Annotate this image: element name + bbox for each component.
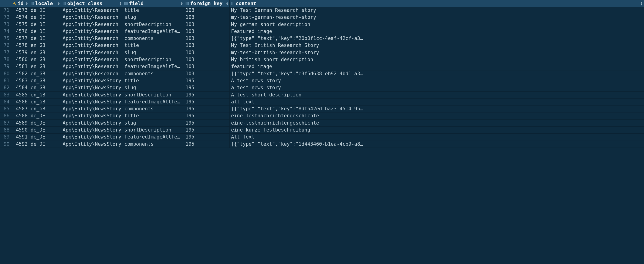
- cell-locale[interactable]: en_GB: [29, 49, 61, 56]
- cell-object_class[interactable]: App\Entity\NewsStory: [61, 127, 123, 134]
- row-number[interactable]: 86: [0, 112, 11, 119]
- cell-field[interactable]: slug: [123, 49, 184, 56]
- cell-locale[interactable]: de_DE: [29, 14, 61, 21]
- row-number[interactable]: 90: [0, 141, 11, 148]
- row-number[interactable]: 83: [0, 92, 11, 98]
- cell-field[interactable]: title: [123, 42, 184, 49]
- row-number[interactable]: 80: [0, 70, 11, 77]
- cell-locale[interactable]: en_GB: [29, 70, 61, 77]
- cell-object_class[interactable]: App\Entity\NewsStory: [61, 112, 123, 119]
- cell-foreign_key[interactable]: 103: [184, 7, 230, 14]
- cell-object_class[interactable]: App\Entity\Research: [61, 35, 123, 42]
- cell-locale[interactable]: en_GB: [29, 42, 61, 49]
- cell-content[interactable]: [{"type":"text","key":"e3f5d638-eb92-4bd…: [230, 70, 644, 77]
- cell-locale[interactable]: en_GB: [29, 77, 61, 84]
- cell-locale[interactable]: de_DE: [29, 35, 61, 42]
- cell-content[interactable]: A test short description: [230, 92, 644, 98]
- data-table[interactable]: id▲▼locale▲▼object_class▲▼field▲▼foreign…: [0, 0, 644, 148]
- row-number[interactable]: 89: [0, 134, 11, 141]
- cell-field[interactable]: shortDescription: [123, 127, 184, 134]
- cell-locale[interactable]: de_DE: [29, 28, 61, 35]
- column-header-object_class[interactable]: object_class▲▼: [61, 0, 123, 7]
- cell-foreign_key[interactable]: 195: [184, 84, 230, 91]
- cell-object_class[interactable]: App\Entity\NewsStory: [61, 84, 123, 91]
- cell-object_class[interactable]: App\Entity\Research: [61, 63, 123, 70]
- cell-foreign_key[interactable]: 103: [184, 56, 230, 63]
- cell-field[interactable]: components: [123, 141, 184, 148]
- cell-object_class[interactable]: App\Entity\NewsStory: [61, 77, 123, 84]
- column-header-field[interactable]: field▲▼: [123, 0, 184, 7]
- row-number[interactable]: 74: [0, 28, 11, 35]
- column-header-content[interactable]: content▲▼: [230, 0, 644, 7]
- cell-field[interactable]: title: [123, 77, 184, 84]
- cell-foreign_key[interactable]: 195: [184, 120, 230, 127]
- cell-content[interactable]: eine Testnachrichtengeschichte: [230, 112, 644, 119]
- cell-id[interactable]: 4580: [11, 56, 29, 63]
- cell-field[interactable]: shortDescription: [123, 56, 184, 63]
- cell-field[interactable]: components: [123, 35, 184, 42]
- cell-id[interactable]: 4585: [11, 92, 29, 98]
- cell-id[interactable]: 4581: [11, 63, 29, 70]
- cell-id[interactable]: 4573: [11, 7, 29, 14]
- cell-foreign_key[interactable]: 103: [184, 70, 230, 77]
- cell-id[interactable]: 4589: [11, 120, 29, 127]
- cell-field[interactable]: featuredImageAltText: [123, 28, 184, 35]
- cell-locale[interactable]: en_GB: [29, 63, 61, 70]
- cell-field[interactable]: featuredImageAltText: [123, 63, 184, 70]
- cell-foreign_key[interactable]: 195: [184, 134, 230, 141]
- cell-content[interactable]: featured image: [230, 63, 644, 70]
- cell-object_class[interactable]: App\Entity\NewsStory: [61, 98, 123, 105]
- row-number[interactable]: 73: [0, 21, 11, 28]
- row-number[interactable]: 84: [0, 98, 11, 105]
- cell-id[interactable]: 4576: [11, 28, 29, 35]
- row-number[interactable]: 88: [0, 127, 11, 134]
- cell-id[interactable]: 4574: [11, 14, 29, 21]
- cell-content[interactable]: my-test-german-research-story: [230, 14, 644, 21]
- cell-locale[interactable]: de_DE: [29, 112, 61, 119]
- cell-foreign_key[interactable]: 195: [184, 105, 230, 112]
- cell-id[interactable]: 4578: [11, 42, 29, 49]
- cell-locale[interactable]: de_DE: [29, 134, 61, 141]
- sort-indicator-icon[interactable]: ▲▼: [181, 2, 182, 5]
- cell-content[interactable]: a-test-news-story: [230, 84, 644, 91]
- cell-id[interactable]: 4592: [11, 141, 29, 148]
- cell-locale[interactable]: en_GB: [29, 56, 61, 63]
- cell-field[interactable]: featuredImageAltText: [123, 98, 184, 105]
- cell-content[interactable]: A test news story: [230, 77, 644, 84]
- cell-foreign_key[interactable]: 103: [184, 21, 230, 28]
- cell-id[interactable]: 4584: [11, 84, 29, 91]
- cell-locale[interactable]: de_DE: [29, 7, 61, 14]
- cell-foreign_key[interactable]: 195: [184, 77, 230, 84]
- cell-id[interactable]: 4575: [11, 21, 29, 28]
- cell-content[interactable]: Alt-Text: [230, 134, 644, 141]
- cell-content[interactable]: My Test British Research Story: [230, 42, 644, 49]
- cell-foreign_key[interactable]: 103: [184, 42, 230, 49]
- cell-locale[interactable]: en_GB: [29, 105, 61, 112]
- cell-foreign_key[interactable]: 195: [184, 141, 230, 148]
- sort-indicator-icon[interactable]: ▲▼: [226, 2, 228, 5]
- cell-object_class[interactable]: App\Entity\Research: [61, 14, 123, 21]
- cell-id[interactable]: 4590: [11, 127, 29, 134]
- cell-id[interactable]: 4587: [11, 105, 29, 112]
- cell-id[interactable]: 4583: [11, 77, 29, 84]
- row-number[interactable]: 82: [0, 84, 11, 91]
- column-header-foreign_key[interactable]: foreign_key▲▼: [184, 0, 230, 7]
- cell-content[interactable]: eine-testnachrichtengeschichte: [230, 120, 644, 127]
- cell-content[interactable]: my-test-british-research-story: [230, 49, 644, 56]
- cell-field[interactable]: slug: [123, 14, 184, 21]
- cell-object_class[interactable]: App\Entity\NewsStory: [61, 134, 123, 141]
- cell-id[interactable]: 4582: [11, 70, 29, 77]
- cell-object_class[interactable]: App\Entity\NewsStory: [61, 105, 123, 112]
- row-number[interactable]: 71: [0, 7, 11, 14]
- cell-content[interactable]: [{"type":"text","key":"8dfa42ed-ba23-451…: [230, 105, 644, 112]
- cell-foreign_key[interactable]: 195: [184, 98, 230, 105]
- row-number[interactable]: 81: [0, 77, 11, 84]
- cell-foreign_key[interactable]: 103: [184, 14, 230, 21]
- cell-content[interactable]: [{"type":"text","key":"1d443460-b1ea-4cb…: [230, 141, 644, 148]
- cell-field[interactable]: title: [123, 112, 184, 119]
- sort-indicator-icon[interactable]: ▲▼: [26, 2, 28, 5]
- column-header-locale[interactable]: locale▲▼: [29, 0, 61, 7]
- cell-content[interactable]: My german short description: [230, 21, 644, 28]
- cell-content[interactable]: Featured image: [230, 28, 644, 35]
- cell-content[interactable]: My british short description: [230, 56, 644, 63]
